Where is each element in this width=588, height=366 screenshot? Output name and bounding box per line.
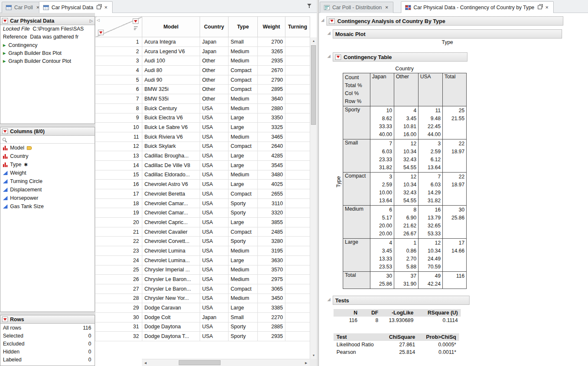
weight-cell[interactable]: 3855 bbox=[258, 218, 285, 227]
country-cell[interactable]: USA bbox=[200, 303, 229, 313]
table-row[interactable]: 20Chevrolet Capric...USALarge3855 bbox=[95, 218, 310, 227]
turning-cell[interactable] bbox=[285, 151, 310, 161]
model-cell[interactable]: Acura Legend V6 bbox=[142, 46, 200, 56]
row-number-cell[interactable]: 2 bbox=[95, 46, 142, 56]
model-cell[interactable]: Buick Century bbox=[142, 103, 200, 113]
contingency-cell[interactable]: 4942.24 bbox=[419, 272, 443, 289]
row-stat[interactable]: Labeled0 bbox=[0, 356, 95, 363]
column-item[interactable]: Turning Circle bbox=[0, 177, 95, 186]
weight-cell[interactable]: 3110 bbox=[258, 198, 285, 208]
country-cell[interactable]: USA bbox=[200, 198, 229, 208]
scroll-up-icon[interactable] bbox=[310, 37, 317, 44]
row-number-cell[interactable]: 21 bbox=[95, 227, 142, 237]
column-header[interactable]: Weight bbox=[258, 17, 285, 37]
column-item[interactable]: Country bbox=[0, 152, 95, 160]
contingency-row-header[interactable]: Small bbox=[343, 139, 370, 173]
row-number-cell[interactable]: 30 bbox=[95, 312, 142, 322]
country-cell[interactable]: USA bbox=[200, 142, 229, 151]
turning-cell[interactable] bbox=[285, 160, 310, 170]
turning-cell[interactable] bbox=[285, 85, 310, 94]
turning-cell[interactable] bbox=[285, 246, 310, 256]
table-row[interactable]: 12Buick SkylarkUSACompact2640 bbox=[95, 142, 310, 151]
country-cell[interactable]: USA bbox=[200, 265, 229, 275]
weight-cell[interactable]: 3465 bbox=[258, 132, 285, 142]
weight-cell[interactable]: 2885 bbox=[258, 322, 285, 332]
column-header[interactable]: Type bbox=[229, 17, 258, 37]
type-cell[interactable]: Medium bbox=[229, 132, 258, 142]
turning-cell[interactable] bbox=[285, 189, 310, 199]
turning-cell[interactable] bbox=[285, 198, 310, 208]
weight-cell[interactable]: 3265 bbox=[258, 46, 285, 56]
row-number-cell[interactable]: 3 bbox=[95, 56, 142, 66]
contingency-row-header[interactable]: Large bbox=[343, 239, 370, 272]
model-cell[interactable]: Dodge Caravan bbox=[142, 303, 200, 313]
row-number-cell[interactable]: 8 bbox=[95, 103, 142, 113]
type-cell[interactable]: Large bbox=[229, 218, 258, 227]
row-number-cell[interactable]: 7 bbox=[95, 94, 142, 104]
table-panel-header[interactable]: Car Physical Data bbox=[0, 17, 95, 25]
turning-cell[interactable] bbox=[285, 303, 310, 313]
horizontal-scrollbar[interactable] bbox=[142, 359, 310, 366]
country-cell[interactable]: USA bbox=[200, 208, 229, 218]
row-number-cell[interactable]: 9 bbox=[95, 113, 142, 123]
column-header[interactable]: Country bbox=[200, 17, 229, 37]
model-cell[interactable]: Buick Riviera V6 bbox=[142, 132, 200, 142]
type-cell[interactable]: Sporty bbox=[229, 208, 258, 218]
type-cell[interactable]: Medium bbox=[229, 103, 258, 113]
type-cell[interactable]: Large bbox=[229, 113, 258, 123]
column-item[interactable]: Horsepower bbox=[0, 194, 95, 202]
table-row[interactable]: 27Chrysler Le Baron...USACompact3065 bbox=[95, 284, 310, 294]
disclosure-icon[interactable] bbox=[327, 54, 332, 59]
country-cell[interactable]: USA bbox=[200, 322, 229, 332]
turning-cell[interactable] bbox=[285, 170, 310, 180]
weight-cell[interactable]: 4025 bbox=[258, 180, 285, 189]
weight-cell[interactable]: 3325 bbox=[258, 123, 285, 132]
close-tab-icon[interactable] bbox=[544, 5, 549, 10]
model-cell[interactable]: Buick Electra V6 bbox=[142, 113, 200, 123]
table-row[interactable]: 25Chrysler Imperial ...USAMedium3570 bbox=[95, 265, 310, 275]
country-cell[interactable]: Other bbox=[200, 56, 229, 66]
row-number-cell[interactable]: 31 bbox=[95, 322, 142, 332]
type-cell[interactable]: Compact bbox=[229, 85, 258, 94]
model-cell[interactable]: Chrysler Le Baron... bbox=[142, 275, 200, 284]
contingency-cell[interactable]: 76.0314.2931.82 bbox=[419, 173, 443, 206]
type-cell[interactable]: Compact bbox=[229, 75, 258, 85]
model-cell[interactable]: Chrysler Le Baron... bbox=[142, 284, 200, 294]
weight-cell[interactable]: 3065 bbox=[258, 284, 285, 294]
contingency-col-header[interactable]: Total bbox=[443, 73, 467, 106]
country-cell[interactable]: USA bbox=[200, 151, 229, 161]
row-number-cell[interactable]: 13 bbox=[95, 151, 142, 161]
turning-cell[interactable] bbox=[285, 37, 310, 47]
country-cell[interactable]: USA bbox=[200, 170, 229, 180]
row-number-cell[interactable]: 17 bbox=[95, 189, 142, 199]
rows-panel-header[interactable]: Rows bbox=[0, 315, 95, 324]
contingency-cell[interactable]: 1210.3432.4354.55 bbox=[394, 173, 419, 206]
red-triangle-menu-icon[interactable] bbox=[335, 54, 341, 60]
contingency-cell[interactable]: 3025.86 bbox=[443, 206, 467, 239]
restore-window-icon[interactable] bbox=[97, 5, 101, 9]
contingency-cell[interactable]: 3731.90 bbox=[394, 272, 419, 289]
turning-cell[interactable] bbox=[285, 255, 310, 265]
turning-cell[interactable] bbox=[285, 56, 310, 66]
model-cell[interactable]: Chevrolet Astro V6 bbox=[142, 180, 200, 189]
weight-cell[interactable]: 3545 bbox=[258, 160, 285, 170]
weight-cell[interactable]: 3640 bbox=[258, 94, 285, 104]
country-cell[interactable]: USA bbox=[200, 132, 229, 142]
country-cell[interactable]: USA bbox=[200, 294, 229, 303]
weight-cell[interactable]: 3385 bbox=[258, 303, 285, 313]
row-stat[interactable]: Selected0 bbox=[0, 332, 95, 340]
country-cell[interactable]: USA bbox=[200, 275, 229, 284]
contingency-row-header[interactable]: Medium bbox=[343, 206, 370, 239]
table-row[interactable]: 11Buick Riviera V6USAMedium3465 bbox=[95, 132, 310, 142]
type-cell[interactable]: Compact bbox=[229, 189, 258, 199]
type-cell[interactable]: Large bbox=[229, 180, 258, 189]
contingency-cell[interactable]: 1210.3432.4354.55 bbox=[394, 139, 419, 173]
turning-cell[interactable] bbox=[285, 294, 310, 303]
type-cell[interactable]: Small bbox=[229, 312, 258, 322]
contingency-cell[interactable]: 116 bbox=[443, 272, 467, 289]
type-cell[interactable]: Compact bbox=[229, 66, 258, 75]
red-triangle-menu-icon[interactable] bbox=[2, 317, 8, 322]
country-cell[interactable]: Japan bbox=[200, 37, 229, 47]
tab-contingency-report[interactable]: Car Physical Data - Contingency of Count… bbox=[401, 1, 554, 13]
row-stat[interactable]: Hidden0 bbox=[0, 348, 95, 356]
